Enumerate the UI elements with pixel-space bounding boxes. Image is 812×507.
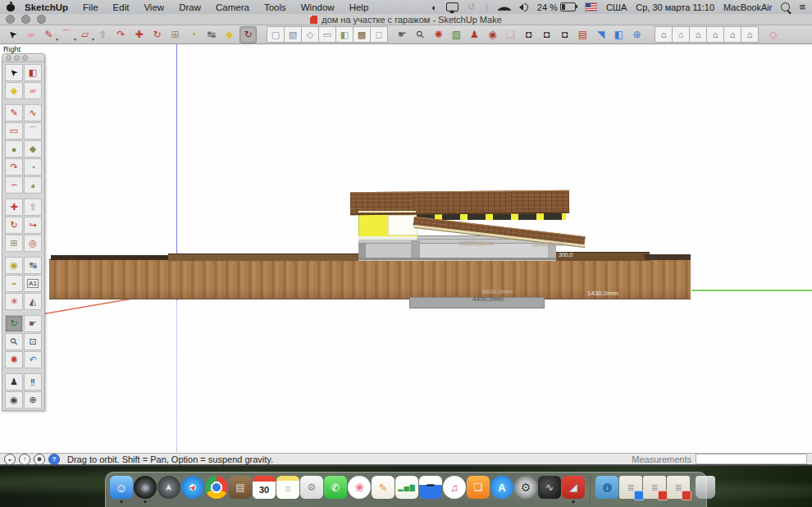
hidden-line-style-button[interactable]: ▭ ▾: [318, 26, 336, 43]
look-around-tool[interactable]: ◉ ▾: [485, 27, 500, 43]
safari[interactable]: ➤: [181, 476, 204, 499]
menu-clock[interactable]: Ср, 30 марта 11:10: [636, 2, 714, 12]
contours-tool[interactable]: ◇ ▾: [765, 27, 781, 43]
contacts[interactable]: ▤: [229, 476, 252, 499]
arc-tool[interactable]: ⌒ ▾: [59, 27, 75, 43]
view-left-button[interactable]: ⌂ ▾: [741, 26, 759, 43]
menu-draw[interactable]: Draw: [179, 2, 201, 12]
airplay-icon[interactable]: [446, 2, 458, 11]
time-machine-icon[interactable]: ↺: [468, 2, 475, 12]
notes[interactable]: ≡: [276, 476, 299, 499]
polygon-tool[interactable]: ◆: [24, 140, 42, 158]
move-tool[interactable]: ✚ ▾: [131, 27, 147, 43]
rotate-tool[interactable]: ↻: [5, 217, 23, 234]
menu-help[interactable]: Help: [349, 2, 369, 12]
arc-tool[interactable]: ⌒: [24, 122, 42, 139]
view-funnel-tool[interactable]: ◥ ▾: [593, 27, 609, 43]
position-camera-tool[interactable]: ♟ ▾: [467, 27, 482, 43]
scale-tool[interactable]: ⊞ ▾: [167, 27, 183, 43]
scale-tool[interactable]: ⊞: [5, 235, 23, 252]
previous-view-tool[interactable]: ↶: [24, 351, 42, 368]
launchpad[interactable]: ➤: [157, 476, 180, 499]
3d-text-tool[interactable]: ◭: [24, 293, 42, 310]
menu-window[interactable]: Window: [301, 2, 335, 12]
wireframe-style-button[interactable]: ◇ ▾: [301, 26, 319, 43]
select-tool[interactable]: ➤: [5, 64, 23, 81]
document-stack-2[interactable]: ≣: [643, 476, 666, 499]
push-pull-tool[interactable]: ⇧: [24, 199, 42, 216]
menu-camera[interactable]: Camera: [216, 2, 249, 12]
dock-separator[interactable]: [590, 476, 591, 504]
volume-icon[interactable]: [519, 3, 528, 11]
zoom-tool[interactable]: ⚲: [5, 333, 23, 350]
zoom-extents-tool[interactable]: ✺ ▾: [431, 27, 446, 43]
menu-file[interactable]: File: [83, 2, 98, 12]
measurements-input[interactable]: [696, 454, 807, 464]
photos[interactable]: ❀: [348, 476, 371, 499]
view-top-button[interactable]: ⌂ ▾: [672, 26, 690, 43]
palette-close-button[interactable]: [6, 55, 11, 61]
follow-me-tool[interactable]: ↷ ▾: [113, 27, 129, 43]
rotate-tool[interactable]: ↻ ▾: [149, 27, 165, 43]
view-iso-button[interactable]: ⌂ ▾: [655, 26, 673, 43]
palette-zoom-button[interactable]: [22, 55, 28, 61]
user-account-icon[interactable]: ☻: [34, 454, 45, 465]
zoom-window-tool[interactable]: ⊡: [24, 333, 42, 350]
freehand-tool[interactable]: ∿: [24, 104, 42, 121]
make-component-tool[interactable]: ◧: [24, 64, 42, 81]
orbit-cube-tool[interactable]: ⊕ ▾: [629, 27, 645, 43]
push-pull-tool[interactable]: ⇧ ▾: [95, 27, 111, 43]
view-right-button[interactable]: ⌂ ▾: [706, 26, 724, 43]
follow-me-tool[interactable]: ↪: [24, 217, 42, 234]
dimension-tool[interactable]: ↹ ▾: [203, 27, 219, 43]
menu-edit[interactable]: Edit: [113, 2, 130, 12]
position-camera-tool[interactable]: ♟: [5, 373, 23, 391]
dimension-tool[interactable]: ↹: [24, 257, 42, 274]
move-tool[interactable]: ✚: [5, 199, 23, 216]
tape-measure-tool[interactable]: ◉: [5, 257, 23, 274]
paint-bucket-tool[interactable]: ◆ ▾: [221, 27, 237, 43]
offset-tool[interactable]: ◎: [24, 235, 42, 252]
device-name[interactable]: MacBookAir: [723, 2, 772, 12]
monochrome-style-button[interactable]: ◻ ▾: [370, 26, 388, 43]
itunes[interactable]: ♫: [443, 476, 466, 499]
menu-view[interactable]: View: [144, 2, 164, 12]
document-stack-3[interactable]: ≣: [667, 476, 690, 499]
wifi-icon[interactable]: [499, 3, 510, 11]
chrome[interactable]: [205, 476, 228, 499]
eraser-tool[interactable]: ▰: [24, 82, 42, 99]
circle-tool[interactable]: ●: [5, 140, 23, 158]
rectangle-tool[interactable]: ▭: [5, 122, 23, 139]
spotlight-search-icon[interactable]: [781, 2, 790, 11]
bluetooth-icon[interactable]: ᛒ: [484, 2, 490, 12]
keynote[interactable]: ▬: [419, 476, 442, 499]
photo-booth[interactable]: ∿: [538, 476, 561, 499]
ibooks[interactable]: ❏: [467, 476, 490, 499]
section-cube-tool[interactable]: ◧ ▾: [611, 27, 627, 43]
back-edges-style-button[interactable]: ▧ ▾: [284, 26, 302, 43]
sector-tool[interactable]: ◕: [24, 176, 42, 194]
calendar[interactable]: 30: [253, 476, 276, 499]
help-icon[interactable]: ?: [48, 454, 60, 465]
view-back-button[interactable]: ⌂ ▾: [723, 26, 741, 43]
palette-minimize-button[interactable]: [14, 55, 20, 61]
look-around-tool[interactable]: ◉: [5, 391, 23, 409]
film-camera-tool[interactable]: ▤ ▾: [575, 27, 591, 43]
tape-measure-tool[interactable]: ◔ ▾: [185, 27, 201, 43]
print-utility[interactable]: ⚙: [300, 476, 323, 499]
media-app-dark[interactable]: ◉: [134, 476, 157, 499]
line-tool[interactable]: ✎: [5, 104, 23, 121]
system-preferences[interactable]: ⚙: [514, 476, 537, 499]
protractor-tool[interactable]: ◓: [5, 275, 23, 292]
numbers[interactable]: ▂▅▇: [395, 476, 418, 499]
freehand-arc-tool[interactable]: ∽: [5, 176, 23, 194]
pan-tool[interactable]: ☛ ▾: [395, 27, 410, 43]
camera-tool-3[interactable]: ◘ ▾: [557, 27, 573, 43]
app-store[interactable]: A: [490, 476, 513, 499]
model-canvas[interactable]: Right 10800,0mm 5200,0mm: [0, 44, 812, 453]
match-photo-tool[interactable]: ▨ ▾: [449, 27, 464, 43]
app-status-icon[interactable]: ◐: [431, 2, 437, 12]
facetime[interactable]: ✆: [324, 476, 347, 499]
view-front-button[interactable]: ⌂ ▾: [689, 26, 707, 43]
claim-credit-icon[interactable]: ↑: [19, 454, 30, 465]
